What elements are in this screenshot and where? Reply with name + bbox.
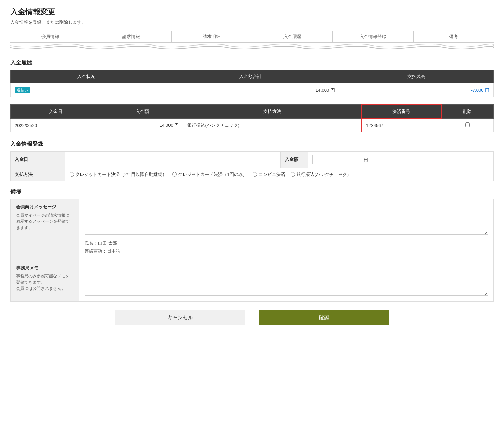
label-bank: 銀行振込(バンクチェック)	[297, 171, 349, 178]
tab-notes[interactable]: 備考	[414, 31, 494, 42]
tab-invoice-detail[interactable]: 請求明細	[172, 31, 252, 42]
nav-tabs: 会員情報 請求情報 請求明細 入金履歴 入金情報登録 備考	[10, 31, 494, 43]
amount-label: 入金額	[281, 151, 308, 168]
cancel-button[interactable]: キャンセル	[115, 310, 245, 325]
label-cc-auto: クレジットカード決済（2年目以降自動継続）	[75, 171, 167, 178]
table-row: 2022/06/20 14,000 円 銀行振込(バンクチェック) 123456…	[11, 119, 494, 132]
radio-cc-once[interactable]	[172, 172, 177, 177]
button-row: キャンセル 確認	[10, 310, 494, 325]
radio-convenience[interactable]	[253, 172, 257, 177]
page-subtitle: 入金情報を登録、または削除します。	[10, 19, 494, 25]
date-input-cell	[65, 151, 281, 168]
history-section-title: 入金履歴	[10, 59, 494, 66]
office-memo-label-cell: 事務局メモ 事務局のみ参照可能なメモを登録できます。会員には公開されません。	[11, 260, 79, 302]
col-date: 入金日	[11, 105, 101, 119]
row-transaction: 1234567	[362, 119, 441, 132]
page-title: 入金情報変更	[10, 7, 494, 17]
summary-status: 過払い	[11, 83, 162, 97]
method-cc-once[interactable]: クレジットカード決済（1回のみ）	[172, 171, 247, 178]
method-convenience[interactable]: コンビニ決済	[253, 171, 285, 178]
register-form-table: 入金日 入金額 円 支払方法 クレジットカード決済（2年目以降自動継続）	[10, 151, 494, 181]
member-message-label-cell: 会員向けメッセージ 会員マイページの請求情報に表示するメッセージを登録できます。	[11, 199, 79, 260]
radio-cc-auto[interactable]	[70, 172, 74, 177]
col-transaction: 決済番号	[362, 105, 441, 119]
office-memo-desc: 事務局のみ参照可能なメモを登録できます。会員には公開されません。	[16, 273, 73, 292]
method-cc-auto[interactable]: クレジットカード決済（2年目以降自動継続）	[70, 171, 167, 178]
member-message-row: 会員向けメッセージ 会員マイページの請求情報に表示するメッセージを登録できます。…	[11, 199, 494, 260]
date-row: 入金日 入金額 円	[11, 151, 494, 168]
tab-payment-register[interactable]: 入金情報登録	[333, 31, 414, 42]
col-balance: 支払残高	[339, 70, 493, 83]
amount-unit: 円	[364, 157, 368, 162]
summary-total-amount: 14,000 円	[162, 83, 339, 97]
wave-decoration	[10, 43, 494, 52]
register-section-title: 入金情報登録	[10, 141, 494, 148]
label-cc-once: クレジットカード決済（1回のみ）	[178, 171, 247, 178]
method-options: クレジットカード決済（2年目以降自動継続） クレジットカード決済（1回のみ） コ…	[65, 168, 494, 181]
payment-method-group: クレジットカード決済（2年目以降自動継続） クレジットカード決済（1回のみ） コ…	[70, 171, 489, 178]
confirm-button[interactable]: 確認	[259, 310, 389, 325]
member-info-display: 氏名：山田 太郎 連絡言語：日本語	[85, 239, 488, 255]
col-method: 支払方法	[183, 105, 362, 119]
member-name: 氏名：山田 太郎	[85, 239, 488, 247]
radio-bank[interactable]	[291, 172, 295, 177]
date-label: 入金日	[11, 151, 65, 168]
notes-section-title: 備考	[10, 188, 494, 195]
row-delete-checkbox[interactable]	[441, 119, 493, 132]
member-message-content: 氏名：山田 太郎 連絡言語：日本語	[79, 199, 494, 260]
overpay-badge: 過払い	[15, 87, 30, 93]
row-date: 2022/06/20	[11, 119, 101, 132]
office-memo-title: 事務局メモ	[16, 265, 73, 271]
col-delete: 削除	[441, 105, 493, 119]
tab-payment-history[interactable]: 入金履歴	[252, 31, 333, 42]
notes-table: 会員向けメッセージ 会員マイページの請求情報に表示するメッセージを登録できます。…	[10, 199, 494, 302]
col-status: 入金状況	[11, 70, 162, 83]
col-total: 入金額合計	[162, 70, 339, 83]
history-detail-table: 入金日 入金額 支払方法 決済番号 削除 2022/06/20 14,000 円…	[10, 104, 494, 132]
method-row: 支払方法 クレジットカード決済（2年目以降自動継続） クレジットカード決済（1回…	[11, 168, 494, 181]
row-amount: 14,000 円	[101, 119, 183, 132]
col-amount: 入金額	[101, 105, 183, 119]
method-label: 支払方法	[11, 168, 65, 181]
tab-invoice-info[interactable]: 請求情報	[91, 31, 172, 42]
summary-balance: -7,000 円	[339, 83, 493, 97]
history-summary-table: 入金状況 入金額合計 支払残高 過払い 14,000 円 -7,000 円	[10, 70, 494, 97]
office-memo-textarea[interactable]	[85, 265, 488, 296]
amount-input-cell: 円	[308, 151, 494, 168]
office-memo-content	[79, 260, 494, 302]
date-input[interactable]	[70, 155, 138, 164]
member-message-desc: 会員マイページの請求情報に表示するメッセージを登録できます。	[16, 212, 73, 231]
amount-input[interactable]	[312, 155, 360, 164]
tab-member-info[interactable]: 会員情報	[10, 31, 91, 42]
office-memo-row: 事務局メモ 事務局のみ参照可能なメモを登録できます。会員には公開されません。	[11, 260, 494, 302]
member-lang: 連絡言語：日本語	[85, 247, 488, 255]
member-message-textarea[interactable]	[85, 204, 488, 235]
label-convenience: コンビニ決済	[259, 171, 285, 178]
row-method: 銀行振込(バンクチェック)	[183, 119, 362, 132]
method-bank[interactable]: 銀行振込(バンクチェック)	[291, 171, 349, 178]
member-message-title: 会員向けメッセージ	[16, 204, 73, 210]
delete-check[interactable]	[465, 122, 470, 127]
